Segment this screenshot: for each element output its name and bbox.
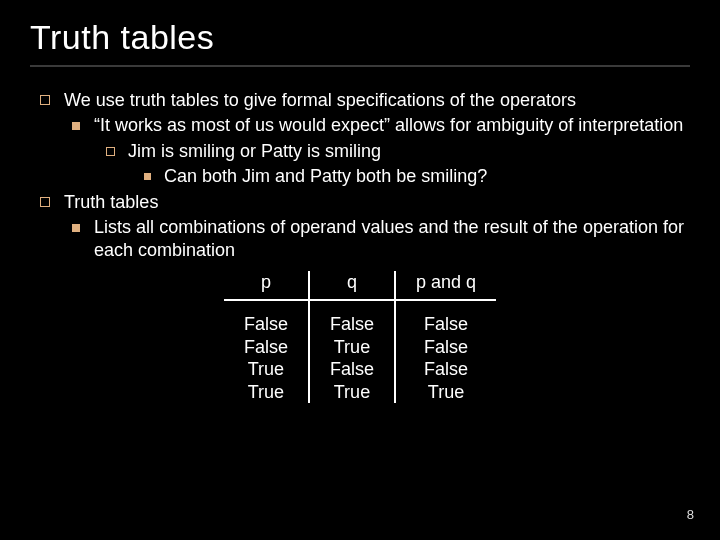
cell-q: False <box>309 313 395 336</box>
square-fill-icon <box>144 173 151 180</box>
slide: Truth tables We use truth tables to give… <box>0 0 720 540</box>
bullet-level0: Truth tables <box>36 191 684 214</box>
truth-table: p q p and q False False False False True <box>224 271 496 404</box>
cell-result: False <box>395 336 496 359</box>
slide-title: Truth tables <box>30 18 690 57</box>
page-number: 8 <box>687 507 694 522</box>
cell-p: False <box>224 336 309 359</box>
bullet-level1: “It works as most of us would expect” al… <box>36 114 684 137</box>
bullet-text: Can both Jim and Patty both be smiling? <box>164 166 487 186</box>
cell-q: True <box>309 381 395 404</box>
table-row: True True True <box>224 381 496 404</box>
cell-result: False <box>395 313 496 336</box>
bullet-text: We use truth tables to give formal speci… <box>64 90 576 110</box>
table-spacer <box>224 300 496 313</box>
col-header-pandq: p and q <box>395 271 496 301</box>
table-row: True False False <box>224 358 496 381</box>
cell-p: True <box>224 381 309 404</box>
col-header-q: q <box>309 271 395 301</box>
bullet-level1: Lists all combinations of operand values… <box>36 216 684 263</box>
bullet-text: Truth tables <box>64 192 158 212</box>
cell-result: True <box>395 381 496 404</box>
bullet-level3: Can both Jim and Patty both be smiling? <box>36 165 684 188</box>
title-rule <box>30 65 690 67</box>
table-row: False True False <box>224 336 496 359</box>
table-header-row: p q p and q <box>224 271 496 301</box>
truth-table-wrap: p q p and q False False False False True <box>36 271 684 404</box>
bullet-level2: Jim is smiling or Patty is smiling <box>36 140 684 163</box>
square-open-icon <box>40 197 50 207</box>
square-fill-icon <box>72 224 80 232</box>
bullet-text: Jim is smiling or Patty is smiling <box>128 141 381 161</box>
square-open-icon <box>106 147 115 156</box>
col-header-p: p <box>224 271 309 301</box>
bullet-text: Lists all combinations of operand values… <box>94 217 684 260</box>
table-row: False False False <box>224 313 496 336</box>
cell-q: True <box>309 336 395 359</box>
title-block: Truth tables <box>30 18 690 71</box>
square-fill-icon <box>72 122 80 130</box>
bullet-text: “It works as most of us would expect” al… <box>94 115 683 135</box>
bullet-level0: We use truth tables to give formal speci… <box>36 89 684 112</box>
cell-q: False <box>309 358 395 381</box>
square-open-icon <box>40 95 50 105</box>
cell-p: True <box>224 358 309 381</box>
cell-p: False <box>224 313 309 336</box>
cell-result: False <box>395 358 496 381</box>
slide-body: We use truth tables to give formal speci… <box>30 89 690 403</box>
